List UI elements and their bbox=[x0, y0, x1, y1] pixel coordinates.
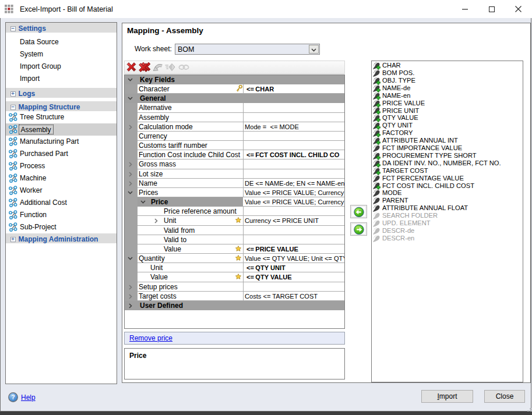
svg-text:?: ? bbox=[11, 393, 15, 400]
